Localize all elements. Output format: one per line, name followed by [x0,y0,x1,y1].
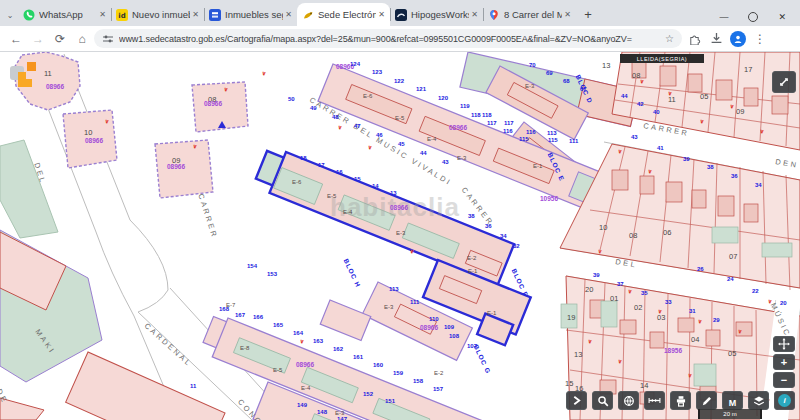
tab-search-chevron-icon[interactable]: ⌄ [2,4,18,26]
parcel-code: 18956 [664,348,682,355]
parcel-number: 13 [574,351,582,359]
tab-catastro[interactable]: Sede Electrónica d✕ [297,3,390,26]
house-number: 32 [513,243,520,249]
house-number: 153 [267,271,277,277]
parcel-tick-mark: ∨ [767,298,773,305]
house-number: 29 [713,317,720,323]
tab-idealista[interactable]: idNuevo inmueble✕ [111,3,204,26]
print-button[interactable] [670,391,691,410]
home-icon[interactable]: ⌂ [72,29,92,49]
map-canvas[interactable]: habitaclia DELCARRERCARRER DEL MUSIC VIV… [0,52,800,420]
tab-hipoges[interactable]: HipogesWorks - D✕ [390,3,483,26]
house-number: 162 [333,346,343,352]
house-number: 43 [631,134,638,140]
tab-title: Nuevo inmueble [132,9,190,20]
house-number: 34 [500,233,507,239]
download-icon[interactable] [706,29,726,49]
parcel-code: 08966 [420,325,438,332]
map-toolbar: Mi [566,391,795,410]
house-number: 159 [393,370,403,376]
house-number: 124 [350,61,360,67]
bookmark-star-icon[interactable]: ☆ [665,33,674,44]
house-number: 39 [683,156,690,162]
unit-label: E-5 [327,193,336,199]
unit-label: E-1 [533,163,542,169]
parcel-tick-mark: ∨ [597,248,603,255]
tab-close-icon[interactable]: ✕ [285,10,292,19]
house-number: 117 [504,120,514,126]
tab-whatsapp[interactable]: WhatsApp✕ [18,3,111,26]
house-number: 46 [376,132,383,138]
house-number: 111 [410,299,419,305]
tab-close-icon[interactable]: ✕ [378,10,385,19]
address-bar[interactable]: www1.sedecatastro.gob.es/Cartografia/map… [94,29,682,48]
parcel-tick-mark: ∨ [299,338,305,345]
measurements-button[interactable]: M [722,391,743,410]
parcel-tick-mark: ∨ [737,328,743,335]
tab-inmuebles[interactable]: Inmuebles seguri✕ [204,3,297,26]
house-number: 38 [468,213,475,219]
unit-label: E-5 [273,367,282,373]
magnifier-icon [597,395,609,407]
tab-close-icon[interactable]: ✕ [471,10,478,19]
house-number: 33 [665,299,672,305]
back-icon[interactable]: ← [6,29,26,49]
zoom-search-button[interactable] [592,391,613,410]
house-number: 67 [580,86,587,92]
parcel-tick-mark: ∨ [699,118,705,125]
parcel-tick-mark: ∨ [759,128,765,135]
house-number: 168 [219,306,229,312]
forward-icon[interactable]: → [28,29,48,49]
profile-avatar[interactable] [728,29,748,49]
new-tab-button[interactable]: + [576,3,600,26]
house-number: 45 [398,141,405,147]
zoom-out-button[interactable]: − [773,372,795,388]
parcel-number: 10 [599,224,607,232]
close-button[interactable]: ✕ [778,12,786,22]
measure-icon [648,395,661,406]
tab-close-icon[interactable]: ✕ [99,10,106,19]
parcel-number: 06 [663,229,671,237]
tab-close-icon[interactable]: ✕ [564,10,571,19]
tab-title: Inmuebles seguri [225,9,283,20]
parcel-tick-mark: ∨ [639,78,645,85]
browser-toolbar: ← → ⟳ ⌂ www1.sedecatastro.gob.es/Cartogr… [0,26,800,52]
pan-button[interactable] [773,336,795,352]
house-number: 11 [190,383,196,389]
house-number: 154 [247,263,257,269]
measure-button[interactable] [644,391,665,410]
house-number: 36 [485,223,492,229]
house-number: 121 [416,86,426,92]
info-button[interactable]: i [774,391,795,410]
parcel-number: 03 [657,314,665,322]
parcel-code: 08966 [390,205,408,212]
draw-button[interactable] [696,391,717,410]
tab-maps-pin[interactable]: 8 Carrer del Músic✕ [483,3,576,26]
house-number: 48 [332,114,339,120]
house-number: 40 [653,109,660,115]
house-number: 34 [755,182,762,188]
reload-icon[interactable]: ⟳ [50,29,70,49]
parcel-tick-mark: ∨ [587,338,593,345]
house-number: 22 [752,288,759,294]
house-number: 148 [317,409,327,415]
maximize-button[interactable] [748,12,758,22]
minimize-button[interactable]: — [719,12,728,22]
expand-button[interactable] [566,391,587,410]
parcel-code: 08966 [449,125,467,132]
zoom-in-button[interactable]: + [773,354,795,370]
house-number: 44 [420,150,427,156]
tab-close-icon[interactable]: ✕ [192,10,199,19]
url-text[interactable]: www1.sedecatastro.gob.es/Cartografia/map… [119,34,660,44]
unit-label: E-6 [363,93,372,99]
site-settings-icon[interactable] [102,34,114,44]
parcel-number: 05 [728,350,736,358]
fullscreen-button[interactable] [772,71,796,93]
house-number: 15 [354,176,361,182]
basemap-button[interactable] [618,391,639,410]
house-number: 17 [318,162,325,168]
extensions-icon[interactable] [684,29,704,49]
layers-button[interactable] [748,391,769,410]
parcel-tick-mark: ∨ [687,372,693,379]
menu-dots-icon[interactable]: ⋮ [750,29,770,49]
